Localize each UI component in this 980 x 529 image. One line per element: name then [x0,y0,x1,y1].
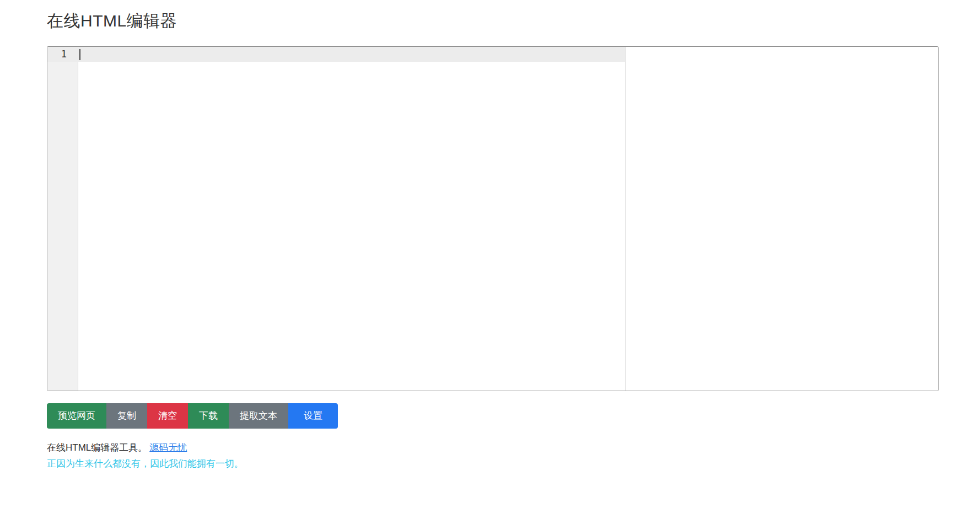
online-html-editor-page: 在线HTML编辑器 1 预览网页 复制 清空 下载 提取文本 设置 在线HTML… [0,0,980,529]
line-number-gutter [47,47,78,391]
clear-button[interactable]: 清空 [147,403,188,429]
extract-text-button[interactable]: 提取文本 [229,403,288,429]
footer-description: 在线HTML编辑器工具。源码无忧 [47,442,244,454]
page-title: 在线HTML编辑器 [47,10,177,33]
code-editor: 1 [47,46,939,391]
source-link[interactable]: 源码无忧 [149,442,187,453]
quote-text: 正因为生来什么都没有，因此我们能拥有一切。 [47,458,244,470]
footer: 在线HTML编辑器工具。源码无忧 正因为生来什么都没有，因此我们能拥有一切。 [47,442,244,470]
text-cursor [79,49,80,60]
preview-page-button[interactable]: 预览网页 [47,403,106,429]
download-button[interactable]: 下载 [188,403,229,429]
footer-tool-text: 在线HTML编辑器工具。 [47,442,147,453]
copy-button[interactable]: 复制 [106,403,147,429]
settings-button[interactable]: 设置 [288,403,338,429]
line-number: 1 [47,49,67,60]
toolbar: 预览网页 复制 清空 下载 提取文本 设置 [47,403,338,429]
preview-pane [626,47,938,391]
code-input-area[interactable] [79,47,625,391]
